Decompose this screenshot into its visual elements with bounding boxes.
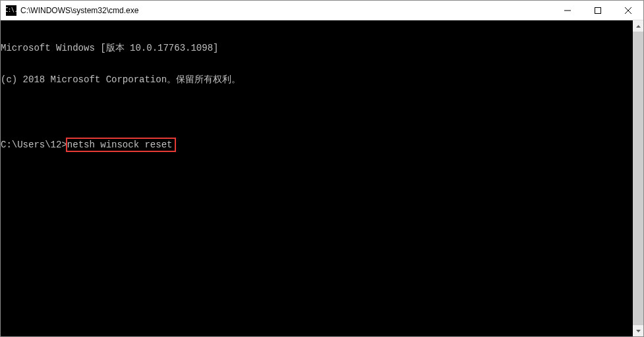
command-highlight-box: netsh winsock reset <box>66 138 177 152</box>
window-controls <box>552 1 643 20</box>
minimize-button[interactable] <box>552 1 583 20</box>
cmd-window: C:\. C:\WINDOWS\system32\cmd.exe Microso… <box>0 0 644 337</box>
terminal-area[interactable]: Microsoft Windows [版本 10.0.17763.1098] (… <box>1 20 643 336</box>
scroll-up-button[interactable] <box>633 20 643 32</box>
svg-marker-5 <box>636 330 641 332</box>
window-title: C:\WINDOWS\system32\cmd.exe <box>20 6 552 15</box>
terminal-command: netsh winsock reset <box>67 140 173 150</box>
minimize-icon <box>564 7 571 14</box>
chevron-down-icon <box>636 330 641 332</box>
scroll-down-button[interactable] <box>633 325 643 336</box>
terminal-line-blank <box>1 106 643 117</box>
scroll-track[interactable] <box>633 32 643 325</box>
svg-rect-1 <box>595 7 601 13</box>
terminal-line-copyright: (c) 2018 Microsoft Corporation。保留所有权利。 <box>1 74 643 85</box>
maximize-button[interactable] <box>583 1 613 20</box>
terminal-prompt-line: C:\Users\12>netsh winsock reset <box>1 138 643 152</box>
close-button[interactable] <box>613 1 643 20</box>
terminal-line-version: Microsoft Windows [版本 10.0.17763.1098] <box>1 43 643 53</box>
vertical-scrollbar[interactable] <box>633 20 643 336</box>
app-icon: C:\. <box>6 5 16 16</box>
chevron-up-icon <box>636 25 641 28</box>
terminal-prompt: C:\Users\12> <box>1 140 67 150</box>
maximize-icon <box>595 7 601 14</box>
titlebar[interactable]: C:\. C:\WINDOWS\system32\cmd.exe <box>1 1 643 20</box>
app-icon-text: C:\. <box>5 8 17 13</box>
close-icon <box>625 7 631 14</box>
scroll-thumb[interactable] <box>633 32 643 325</box>
svg-marker-4 <box>636 25 641 28</box>
